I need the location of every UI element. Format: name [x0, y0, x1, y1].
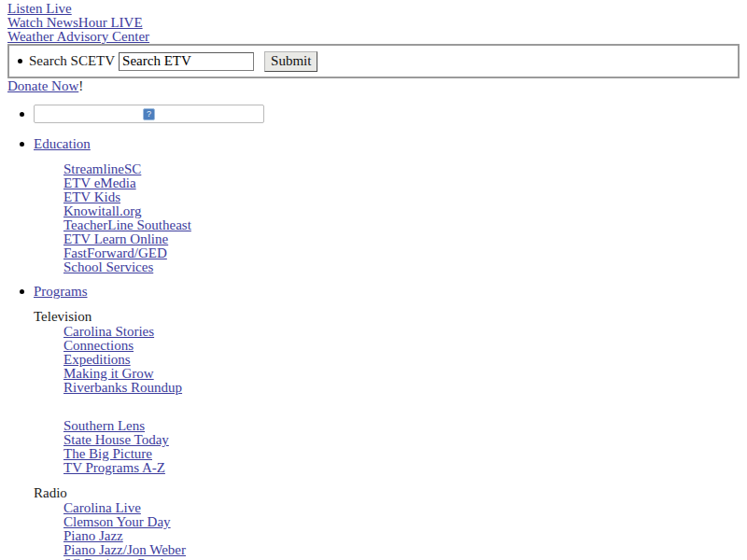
donate-now-link[interactable]: Donate Now	[7, 78, 78, 93]
broken-image-icon: ?	[143, 108, 155, 120]
carolina-stories-link[interactable]: Carolina Stories	[63, 325, 740, 339]
making-it-grow-link[interactable]: Making it Grow	[63, 367, 740, 381]
state-house-today-link[interactable]: State House Today	[63, 433, 740, 447]
etv-emedia-link[interactable]: ETV eMedia	[63, 176, 740, 190]
television-sublist-bottom: Southern Lens State House Today The Big …	[63, 419, 740, 475]
donate-suffix: !	[78, 78, 83, 93]
watch-newshour-live-link[interactable]: Watch NewsHour LIVE	[7, 16, 740, 30]
donate-line: Donate Now!	[7, 79, 740, 93]
television-section-label: Television	[34, 310, 740, 324]
listen-live-link[interactable]: Listen Live	[7, 2, 740, 16]
list-item-education: Education	[7, 137, 740, 151]
search-box: Search SCETV Submit	[7, 44, 740, 78]
school-services-link[interactable]: School Services	[63, 260, 740, 274]
education-link[interactable]: Education	[34, 136, 91, 151]
tv-programs-az-link[interactable]: TV Programs A-Z	[63, 461, 740, 475]
search-label: Search SCETV	[29, 54, 115, 68]
missing-image-frame[interactable]: ?	[34, 105, 264, 123]
streamlinesc-link[interactable]: StreamlineSC	[63, 162, 740, 176]
bullet-icon	[20, 112, 24, 117]
carolina-live-link[interactable]: Carolina Live	[63, 501, 740, 515]
piano-jazz-jon-weber-link[interactable]: Piano Jazz/Jon Weber	[63, 543, 740, 557]
knowitall-link[interactable]: Knowitall.org	[63, 204, 740, 218]
connections-link[interactable]: Connections	[63, 339, 740, 353]
list-item-programs: Programs	[7, 285, 740, 299]
the-big-picture-link[interactable]: The Big Picture	[63, 447, 740, 461]
education-sublist: StreamlineSC ETV eMedia ETV Kids Knowita…	[63, 162, 740, 274]
weather-advisory-center-link[interactable]: Weather Advisory Center	[7, 30, 740, 44]
submit-button[interactable]: Submit	[264, 51, 317, 72]
television-sublist-top: Carolina Stories Connections Expeditions…	[63, 325, 740, 395]
teacherline-southeast-link[interactable]: TeacherLine Southeast	[63, 218, 740, 232]
expeditions-link[interactable]: Expeditions	[63, 353, 740, 367]
etv-kids-link[interactable]: ETV Kids	[63, 190, 740, 204]
riverbanks-roundup-link[interactable]: Riverbanks Roundup	[63, 381, 740, 395]
radio-sublist: Carolina Live Clemson Your Day Piano Jaz…	[63, 501, 740, 560]
bullet-icon	[20, 289, 24, 294]
list-item-broken-image: ?	[7, 105, 740, 123]
page: Listen Live Watch NewsHour LIVE Weather …	[0, 0, 747, 560]
spacer	[7, 395, 740, 419]
top-links: Listen Live Watch NewsHour LIVE Weather …	[7, 2, 740, 44]
main-menu: ? Education StreamlineSC ETV eMedia ETV …	[7, 105, 740, 560]
bullet-icon	[20, 142, 24, 147]
etv-learn-online-link[interactable]: ETV Learn Online	[63, 232, 740, 246]
fastforward-ged-link[interactable]: FastForward/GED	[63, 246, 740, 260]
programs-link[interactable]: Programs	[34, 284, 88, 299]
radio-section-label: Radio	[34, 486, 740, 500]
southern-lens-link[interactable]: Southern Lens	[63, 419, 740, 433]
piano-jazz-link[interactable]: Piano Jazz	[63, 529, 740, 543]
search-input[interactable]	[119, 52, 254, 71]
clemson-your-day-link[interactable]: Clemson Your Day	[63, 515, 740, 529]
bullet-icon	[18, 59, 22, 63]
